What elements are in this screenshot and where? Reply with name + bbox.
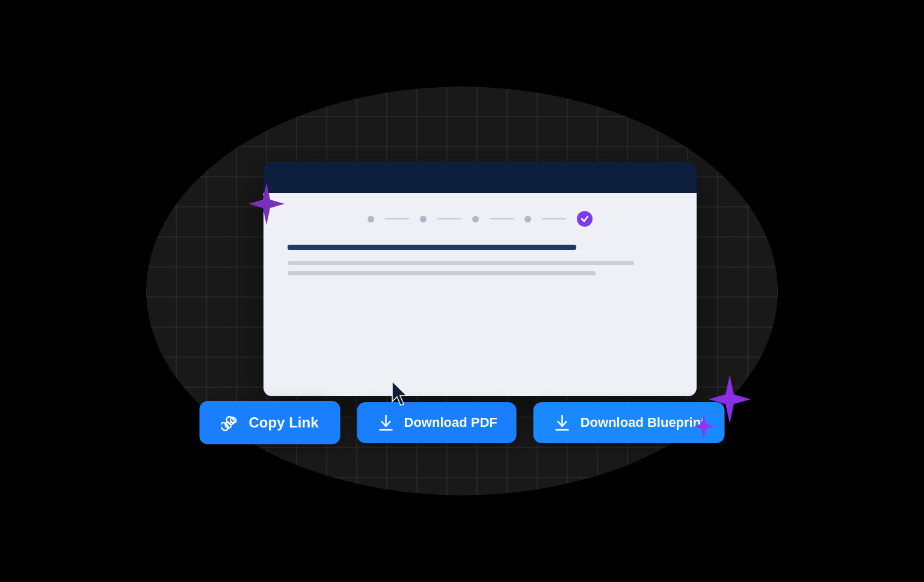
svg-line-43 xyxy=(230,422,232,424)
progress-dot-3 xyxy=(472,216,479,222)
progress-segment-2 xyxy=(437,218,461,219)
download-pdf-icon xyxy=(377,413,396,432)
browser-content xyxy=(263,193,697,396)
progress-dot-active xyxy=(577,211,593,227)
progress-dot-2 xyxy=(420,216,427,222)
browser-titlebar xyxy=(263,162,697,193)
progress-segment-1 xyxy=(385,218,409,219)
link-icon xyxy=(221,413,241,432)
download-blueprint-icon xyxy=(553,413,572,432)
browser-window xyxy=(263,162,697,396)
progress-segment-3 xyxy=(490,218,514,219)
progress-row xyxy=(288,211,673,227)
content-line-1 xyxy=(288,261,634,265)
copy-link-label: Copy Link xyxy=(249,414,319,431)
copy-link-button[interactable]: Copy Link xyxy=(200,401,340,444)
progress-dot-4 xyxy=(525,216,531,222)
content-line-2 xyxy=(288,271,596,275)
progress-dot-1 xyxy=(368,216,374,222)
progress-segment-4 xyxy=(542,218,566,219)
download-pdf-label: Download PDF xyxy=(404,415,497,430)
download-blueprint-button[interactable]: Download Blueprint xyxy=(534,402,725,443)
download-pdf-button[interactable]: Download PDF xyxy=(357,402,517,443)
content-heading-line xyxy=(288,245,576,250)
main-scene: Copy Link Download PDF Download Blueprin… xyxy=(131,66,793,516)
action-buttons-row: Copy Link Download PDF Download Blueprin… xyxy=(200,401,725,444)
download-blueprint-label: Download Blueprint xyxy=(581,415,706,430)
